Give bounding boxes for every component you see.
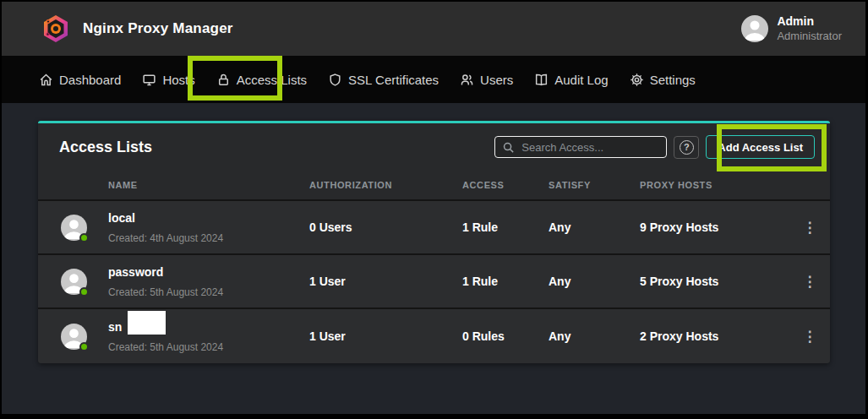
app-title: Nginx Proxy Manager <box>83 20 233 37</box>
online-status-dot <box>79 233 89 242</box>
avatar <box>61 215 87 241</box>
online-status-dot <box>79 287 89 297</box>
user-name: Admin <box>777 14 842 30</box>
nav-label: Access Lists <box>237 73 307 87</box>
nav-label: Users <box>480 73 513 87</box>
nav-label: Audit Log <box>554 73 608 87</box>
avatar <box>61 269 87 295</box>
access-list-name: sn <box>108 318 122 335</box>
row-actions-menu-icon[interactable]: ⋮ <box>789 329 830 344</box>
lock-icon <box>216 73 231 87</box>
shield-icon <box>328 73 342 87</box>
nav-item-users[interactable]: Users <box>460 73 513 87</box>
created-date: Created: 4th August 2024 <box>108 232 223 244</box>
help-button[interactable]: ? <box>674 136 699 159</box>
user-avatar[interactable] <box>741 15 768 42</box>
col-name: NAME <box>108 180 309 190</box>
access-value: 1 Rule <box>462 275 549 288</box>
avatar <box>61 324 87 350</box>
book-icon <box>534 73 549 87</box>
add-access-list-button[interactable]: Add Access List <box>706 135 815 159</box>
user-menu[interactable]: Admin Administrator <box>741 14 842 43</box>
access-list-name: password <box>108 264 163 280</box>
panel-tools: ? Add Access List <box>494 135 815 159</box>
redaction-box <box>128 311 166 335</box>
gear-icon <box>630 73 644 87</box>
nav-label: Settings <box>650 73 696 87</box>
col-access: ACCESS <box>462 180 549 190</box>
nav-item-hosts[interactable]: Hosts <box>142 73 194 87</box>
person-icon <box>741 15 768 42</box>
nav-item-settings[interactable]: Settings <box>630 73 696 87</box>
nav-label: Dashboard <box>59 73 121 87</box>
col-authorization: AUTHORIZATION <box>309 180 462 190</box>
search-input[interactable] <box>521 141 659 154</box>
online-status-dot <box>79 342 89 351</box>
authorization-value: 1 User <box>309 275 462 288</box>
search-box <box>494 136 667 158</box>
users-icon <box>460 73 474 87</box>
help-icon: ? <box>680 140 694 155</box>
nav-item-access-lists[interactable]: Access Lists <box>216 73 307 87</box>
satisfy-value: Any <box>549 275 640 288</box>
row-avatar-cell <box>38 269 108 295</box>
access-list-name: local <box>108 210 135 226</box>
row-avatar-cell <box>38 215 108 241</box>
nav-item-dashboard[interactable]: Dashboard <box>39 73 121 87</box>
proxy-hosts-value: 2 Proxy Hosts <box>640 329 789 343</box>
nav-item-ssl-certificates[interactable]: SSL Certificates <box>328 73 439 87</box>
row-avatar-cell <box>38 324 108 350</box>
nav-label: Hosts <box>162 73 194 87</box>
screenshot-root: Nginx Proxy Manager Admin Administrator <box>0 0 868 419</box>
row-actions-menu-icon[interactable]: ⋮ <box>789 275 830 289</box>
access-lists-panel: Access Lists ? Add Access List <box>38 121 830 363</box>
name-cell: password Created: 5th August 2024 <box>108 262 309 301</box>
home-icon <box>39 73 53 87</box>
app-header: Nginx Proxy Manager Admin Administrator <box>2 2 865 56</box>
monitor-icon <box>142 73 156 87</box>
user-names: Admin Administrator <box>777 14 842 43</box>
nav-item-audit-log[interactable]: Audit Log <box>534 73 608 87</box>
row-actions-menu-icon[interactable]: ⋮ <box>789 220 830 235</box>
page-body: Access Lists ? Add Access List <box>2 103 865 414</box>
created-date: Created: 5th August 2024 <box>108 341 223 353</box>
search-icon <box>502 141 515 154</box>
app-window: Nginx Proxy Manager Admin Administrator <box>2 2 865 414</box>
panel-header: Access Lists ? Add Access List <box>38 123 830 171</box>
table-row[interactable]: password Created: 5th August 2024 1 User… <box>38 255 830 309</box>
table-row[interactable]: sn Created: 5th August 2024 1 User 0 Rul… <box>38 309 830 363</box>
authorization-value: 0 Users <box>309 220 462 234</box>
satisfy-value: Any <box>549 220 640 234</box>
satisfy-value: Any <box>549 329 640 343</box>
name-cell: sn Created: 5th August 2024 <box>108 317 309 356</box>
page-title: Access Lists <box>59 139 152 156</box>
name-cell: local Created: 4th August 2024 <box>108 208 309 247</box>
col-satisfy: SATISFY <box>549 180 640 190</box>
nav-label: SSL Certificates <box>348 73 439 87</box>
access-value: 1 Rule <box>462 220 549 234</box>
main-nav: Dashboard Hosts Access Lists <box>2 56 865 103</box>
col-proxy-hosts: PROXY HOSTS <box>640 180 789 190</box>
user-role: Administrator <box>777 30 842 43</box>
table-row[interactable]: local Created: 4th August 2024 0 Users 1… <box>38 201 830 255</box>
authorization-value: 1 User <box>309 329 462 343</box>
proxy-hosts-value: 9 Proxy Hosts <box>640 220 789 234</box>
table-header: NAME AUTHORIZATION ACCESS SATISFY PROXY … <box>38 171 830 201</box>
access-value: 0 Rules <box>462 329 549 343</box>
proxy-hosts-value: 5 Proxy Hosts <box>640 275 789 288</box>
created-date: Created: 5th August 2024 <box>108 286 223 298</box>
npm-logo-icon <box>41 14 71 44</box>
